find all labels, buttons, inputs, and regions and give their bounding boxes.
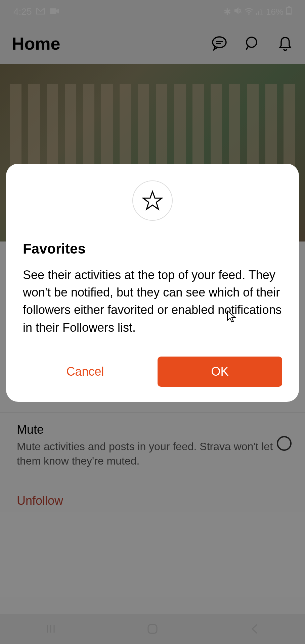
star-icon <box>142 190 163 211</box>
favorites-dialog: Favorites See their activities at the to… <box>6 164 299 402</box>
dialog-body: See their activities at the top of your … <box>23 266 282 336</box>
dialog-title: Favorites <box>23 241 282 257</box>
dialog-buttons: Cancel OK <box>23 357 282 387</box>
star-icon-circle <box>132 180 173 221</box>
ok-button[interactable]: OK <box>158 357 282 387</box>
cancel-button[interactable]: Cancel <box>23 357 147 387</box>
